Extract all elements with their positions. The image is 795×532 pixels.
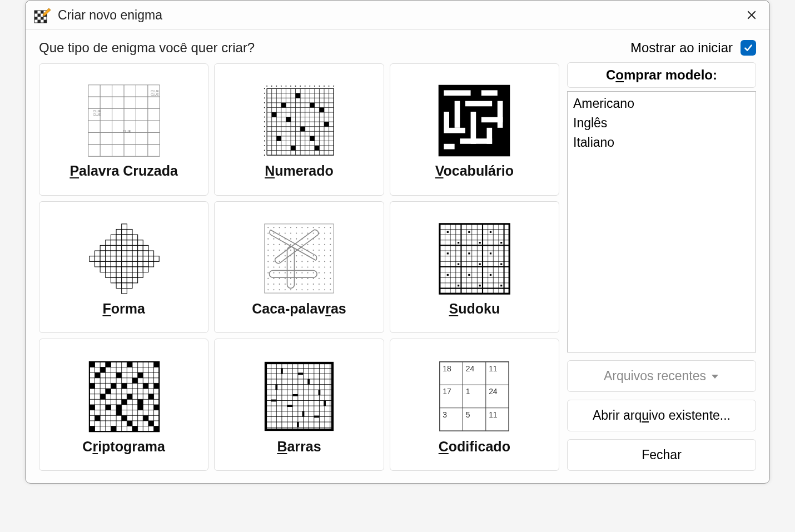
svg-point-91 [264,126,265,127]
close-button-label: Fechar [642,448,682,463]
tile-cryptogram[interactable]: Criptograma [39,339,208,471]
svg-point-286 [324,261,325,262]
svg-rect-67 [286,117,291,122]
tile-wordsearch[interactable]: Caca-palavras [214,201,384,334]
svg-point-99 [264,145,265,146]
svg-rect-156 [100,256,106,262]
svg-rect-169 [105,261,111,267]
chevron-down-icon [710,372,719,381]
svg-point-340 [290,289,291,290]
svg-point-315 [285,278,286,279]
svg-point-239 [330,238,331,240]
svg-rect-151 [137,251,143,256]
svg-point-339 [285,289,286,290]
svg-point-299 [330,266,331,267]
svg-point-288 [267,266,269,267]
svg-point-101 [264,150,265,151]
tile-bars[interactable]: Barras [214,339,384,471]
svg-rect-186 [143,267,148,272]
svg-point-293 [296,266,297,267]
app-icon [33,6,51,24]
svg-point-325 [273,284,274,285]
svg-rect-393 [500,285,502,286]
svg-rect-120 [121,229,127,235]
svg-rect-392 [479,285,481,286]
svg-rect-442 [90,426,95,431]
close-button[interactable]: Fechar [567,439,756,471]
svg-rect-175 [137,261,143,267]
svg-rect-196 [121,277,127,283]
svg-rect-117 [498,101,503,128]
show-on-startup-checkbox[interactable] [741,40,756,56]
svg-rect-145 [105,251,111,256]
svg-rect-158 [111,256,116,262]
open-existing-button[interactable]: Abrir arquivo existente... [567,400,756,431]
svg-text:24: 24 [489,387,498,396]
svg-rect-425 [137,372,143,378]
svg-point-321 [319,278,320,279]
window-close-button[interactable] [742,5,762,25]
svg-rect-166 [153,256,159,262]
tile-vocabulary[interactable]: Vocabulário [390,63,559,196]
recent-files-dropdown[interactable]: Arquivos recentes [567,360,756,392]
svg-rect-391 [458,285,459,286]
svg-text:CLUE: CLUE [151,90,159,93]
svg-point-322 [324,278,325,279]
svg-point-233 [296,238,297,240]
svg-rect-108 [455,101,460,128]
tile-crossword[interactable]: CLUECLUECLUECLUECLUEPalavra Cruzada [39,63,208,196]
svg-point-314 [279,278,280,279]
svg-rect-194 [111,277,116,283]
tile-coded[interactable]: 182411171243511Codificado [390,339,559,471]
svg-rect-429 [143,383,148,389]
svg-point-81 [264,102,265,103]
svg-rect-448 [105,389,111,394]
template-listbox[interactable]: AmericanoInglêsItaliano [567,91,756,352]
svg-point-273 [319,255,320,256]
svg-rect-193 [137,272,143,278]
svg-point-261 [319,250,320,251]
svg-point-302 [279,272,280,274]
tile-shape[interactable]: Forma [39,201,208,334]
svg-rect-119 [116,229,122,235]
svg-point-297 [319,266,320,267]
svg-point-93 [264,131,265,132]
svg-point-251 [330,244,331,245]
svg-rect-419 [90,362,95,367]
svg-rect-431 [100,394,106,399]
template-list-item[interactable]: Inglês [568,113,756,133]
svg-rect-140 [132,245,138,251]
cryptogram-thumbnail [82,357,166,435]
svg-rect-198 [132,277,138,283]
svg-point-326 [279,284,280,285]
titlebar: Criar novo enigma [26,1,769,30]
svg-rect-109 [465,101,492,107]
svg-rect-132 [132,240,138,246]
svg-rect-195 [116,277,122,283]
tile-sudoku[interactable]: Sudoku [390,201,559,334]
svg-point-80 [276,86,277,87]
tile-numbered[interactable]: Numerado [214,63,384,196]
svg-text:5: 5 [466,410,470,419]
svg-text:CLUE: CLUE [151,93,159,96]
svg-rect-5 [34,17,38,20]
svg-rect-1 [34,11,38,14]
svg-rect-152 [143,251,148,256]
wordsearch-thumbnail [257,220,341,297]
svg-point-86 [290,86,291,87]
svg-rect-133 [137,240,143,246]
svg-rect-65 [310,103,315,108]
svg-rect-444 [132,426,138,431]
svg-point-292 [290,266,291,267]
svg-rect-135 [105,245,111,251]
template-list-item[interactable]: Italiano [568,133,756,152]
tile-label: Codificado [439,439,510,455]
svg-point-87 [264,117,265,118]
svg-point-221 [296,232,297,233]
template-list-item[interactable]: Americano [568,94,756,113]
svg-rect-183 [127,267,132,272]
svg-rect-165 [148,256,154,262]
svg-rect-144 [100,251,106,256]
svg-point-76 [266,86,267,87]
svg-point-295 [307,266,308,267]
